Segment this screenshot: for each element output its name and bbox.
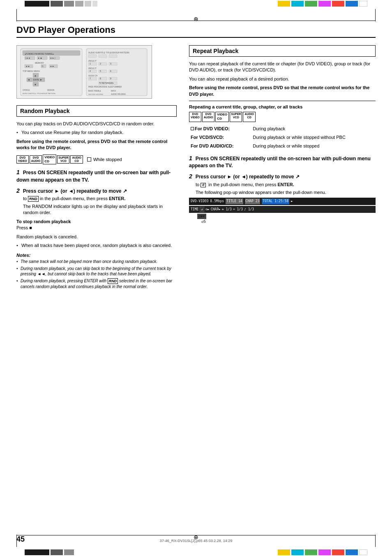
b-bar-blue	[346, 549, 358, 555]
r-audio-cd-badge: AUDIO CD	[243, 112, 256, 122]
right-column: Repeat Playback You can repeat playback …	[189, 45, 376, 291]
top-color-bars	[0, 0, 392, 7]
svg-text:▼: ▼	[34, 83, 37, 86]
bar-cyan	[291, 1, 304, 7]
repeat-text-dvd-audio: During playback or while stopped	[251, 142, 376, 150]
repeat-step1-num: 1	[189, 155, 194, 161]
page-number: 45	[16, 535, 25, 544]
repeat-symbol: ↺	[201, 183, 206, 187]
svg-text:CHOICE: CHOICE	[23, 89, 30, 91]
svg-text:►► |: ►► |	[50, 57, 55, 59]
video-cd-badge: VIDEOCD	[43, 155, 56, 165]
repeat-label-dvd-video: For DVD VIDEO:	[189, 125, 251, 133]
repeat-playback-title: Repeat Playback	[193, 48, 372, 54]
svg-text:TV RETURN: TV RETURN	[99, 82, 110, 84]
svg-text:ANGLE P: ANGLE P	[88, 60, 97, 62]
svg-text:AUDIO HOLDING: AUDIO HOLDING	[111, 93, 126, 95]
svg-text:PAGE  PROGRESSIVE  SLEEP  DIMM: PAGE PROGRESSIVE SLEEP DIMMER	[88, 86, 122, 88]
note3: During random playback, pressing ENTER w…	[16, 278, 177, 290]
bar-gray-1	[51, 1, 63, 7]
svg-text:DESIGN: DESIGN	[47, 89, 54, 91]
osd-time-mode: ↺	[200, 207, 204, 212]
repeat-intro2: You can also repeat playback of a desire…	[189, 76, 376, 82]
repeat-row-dvd-video: For DVD VIDEO: During playback	[189, 125, 376, 133]
osd-arrow-label: ↺S	[189, 219, 376, 224]
page-content: DVD Player Operations ●TUNING FM MODE TU…	[16, 25, 376, 531]
while-stopped-label: While stopped	[93, 157, 122, 162]
note2: During random playback, you can skip bac…	[16, 266, 177, 277]
repeat-step2-sub2: The following pop-up window appears unde…	[196, 189, 376, 196]
bar-white	[359, 1, 367, 7]
bar-gray-3	[75, 1, 83, 7]
bottom-corner-left	[16, 535, 17, 547]
bar-gray-2	[64, 1, 74, 7]
svg-text:8: 8	[100, 77, 101, 80]
bar-green	[305, 1, 317, 7]
svg-text:►►: ►►	[50, 65, 54, 67]
bar-blue	[346, 1, 358, 7]
random-disc-row: DVD VIDEO DVD AUDIO VIDEOCD SUPER VCD	[16, 155, 177, 165]
bottom-color-bars	[0, 549, 392, 556]
repeat-sub-title: Repeating a current title, group, chapte…	[189, 104, 376, 109]
svg-text:AUDIO  SUBTITLE  TITLE/GROUP  : AUDIO SUBTITLE TITLE/GROUP PATTERN	[23, 92, 55, 95]
r-super-vcd-badge: SUPER VCD	[230, 112, 242, 122]
b-bar-black	[25, 549, 49, 555]
compass-top: ⊕	[194, 16, 198, 22]
svg-text:100+: 100+	[110, 82, 114, 84]
repeat-row-dvd-audio: For DVD AUDIO/CD: During playback or whi…	[189, 142, 376, 150]
repeat-label-vcd-svcd: For VCD/SVCD:	[189, 133, 251, 142]
two-column-layout: ●TUNING FM MODE TUNING● |◄◄ ► ■ ►► | MEM…	[16, 45, 376, 291]
svg-text:DECODE  HOLDING: DECODE HOLDING	[88, 93, 103, 95]
repeat-disc-badges: DVD VIDEO DVD AUDIO VIDEOCD SUPER VCD	[189, 112, 376, 122]
random-step1: 1 Press ON SCREEN repeatedly until the o…	[16, 168, 177, 183]
repeat-conditions-table: For DVD VIDEO: During playback For VCD/S…	[189, 125, 376, 150]
bar-red	[332, 1, 344, 7]
bar-magenta	[318, 1, 331, 7]
b-bar-gray2	[64, 549, 74, 555]
b-bar-cyan	[291, 549, 304, 555]
page-title: DVD Player Operations	[16, 25, 376, 38]
svg-text:ANGLE P: ANGLE P	[88, 67, 97, 69]
random-step1-num: 1	[16, 169, 21, 175]
repeat-step2-sub1: to ↺ in the pull-down menu, then press E…	[196, 182, 376, 188]
repeat-intro1: You can repeat playback of the current t…	[189, 61, 376, 74]
repeat-text-vcd-svcd: During playback or while stopped without…	[251, 133, 376, 142]
svg-text:●TUNING  FM MODE  TUNING●: ●TUNING FM MODE TUNING●	[25, 53, 54, 55]
b-bar-red	[332, 549, 344, 555]
r-dvd-audio-badge: DVD AUDIO	[202, 112, 215, 122]
repeat-step1-text: Press ON SCREEN repeatedly until the on-…	[189, 156, 371, 169]
osd-chap: CHAP 23	[245, 198, 261, 204]
stop-bullet: When all tracks have been played once, r…	[16, 242, 177, 249]
svg-text:◄: ◄	[28, 78, 30, 81]
svg-text:3: 3	[110, 62, 111, 65]
svg-text:AUDIO  SUBTITLE  TITLE/GROUP  : AUDIO SUBTITLE TITLE/GROUP PATTERN	[88, 51, 129, 54]
audio-cd-badge: AUDIO CD	[70, 155, 83, 164]
svg-text:MEMORY: MEMORY	[35, 62, 44, 64]
rnd-box-note: RND	[108, 278, 118, 284]
bar-gray-5	[92, 1, 97, 7]
random-step2-sub1: to RND in the pull-down menu, then press…	[23, 196, 177, 202]
svg-text:AUDIO CH: AUDIO CH	[88, 75, 97, 77]
svg-text:6: 6	[110, 70, 111, 72]
r-dvd-video-badge: DVD VIDEO	[189, 112, 201, 122]
random-step2-num: 2	[16, 187, 21, 194]
rnd-indicator: RND	[28, 196, 39, 202]
separator	[189, 101, 376, 101]
osd-display: DVD-VIDEO 8.5Mbps TITLE 14 CHAP 23 TOTAL…	[189, 198, 376, 224]
svg-text:1: 1	[90, 62, 91, 65]
stop-sub: Random playback is canceled.	[16, 234, 177, 240]
svg-rect-32	[88, 55, 97, 58]
stop-heading: To stop random playback	[16, 219, 177, 224]
svg-rect-33	[99, 55, 107, 58]
svg-text:7: 7	[90, 77, 91, 80]
random-step1-text: Press ON SCREEN repeatedly until the on-…	[16, 170, 171, 183]
random-step2-text: Press cursor ► (or ◄) repeatedly to move…	[23, 188, 127, 194]
b-bar-white	[359, 549, 367, 555]
svg-text:9: 9	[110, 77, 111, 80]
svg-text:II: II	[42, 65, 43, 67]
random-bullet1: You cannot use Resume play for random pl…	[16, 129, 177, 136]
dvd-video-checkbox	[191, 127, 194, 130]
osd-off-row: OFF	[189, 214, 376, 219]
bar-black-1	[25, 1, 49, 7]
svg-text:|◄◄: |◄◄	[25, 57, 30, 59]
